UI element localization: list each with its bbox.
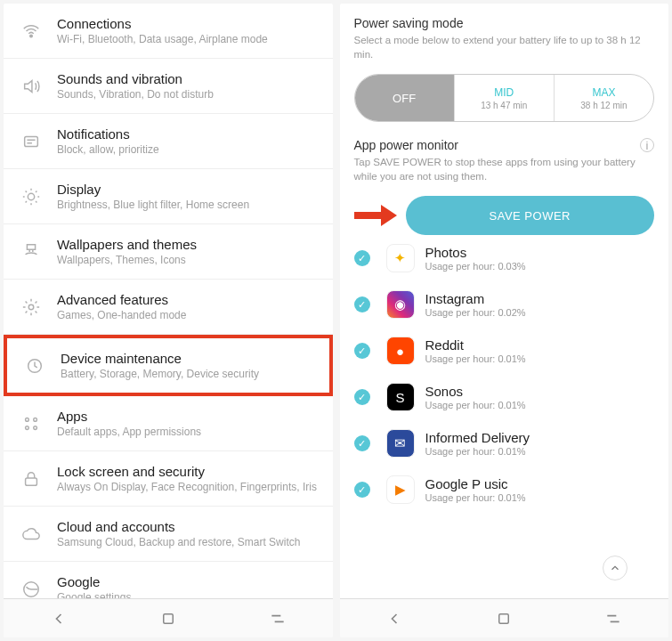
power-mode-max-label: MAX bbox=[592, 86, 615, 99]
app-usage: Usage per hour: 0.01% bbox=[425, 353, 526, 364]
power-mode-max-sub: 38 h 12 min bbox=[580, 101, 627, 110]
settings-item-connections[interactable]: ConnectionsWi-Fi, Bluetooth, Data usage,… bbox=[4, 4, 333, 59]
svg-point-0 bbox=[30, 35, 33, 37]
settings-item-title: Sounds and vibration bbox=[57, 71, 214, 86]
settings-item-sub: Default apps, App permissions bbox=[57, 426, 201, 438]
app-row-instagram[interactable]: ✓◉InstagramUsage per hour: 0.02% bbox=[354, 281, 655, 328]
app-icon-gpm: ▶ bbox=[386, 475, 415, 504]
nav-back-button[interactable] bbox=[49, 609, 69, 629]
power-mode-off-label: OFF bbox=[393, 92, 416, 105]
app-usage: Usage per hour: 0.01% bbox=[425, 492, 526, 503]
settings-item-title: Google bbox=[57, 574, 131, 589]
settings-item-sub: Google settings bbox=[57, 591, 131, 598]
scroll-top-button[interactable] bbox=[603, 556, 627, 580]
app-row-reddit[interactable]: ✓●RedditUsage per hour: 0.01% bbox=[354, 328, 655, 374]
settings-item-google[interactable]: GoogleGoogle settings bbox=[4, 562, 333, 598]
settings-item-sub: Sounds, Vibration, Do not disturb bbox=[57, 88, 214, 101]
settings-item-apps[interactable]: AppsDefault apps, App permissions bbox=[4, 396, 333, 451]
settings-item-sub: Block, allow, prioritize bbox=[57, 143, 159, 156]
settings-item-sub: Battery, Storage, Memory, Device securit… bbox=[61, 368, 259, 380]
display-icon bbox=[16, 187, 46, 207]
app-usage: Usage per hour: 0.03% bbox=[425, 261, 526, 272]
app-checkbox[interactable]: ✓ bbox=[354, 482, 370, 498]
annotation-arrow bbox=[354, 205, 399, 226]
settings-screen: ConnectionsWi-Fi, Bluetooth, Data usage,… bbox=[4, 4, 333, 637]
app-usage: Usage per hour: 0.01% bbox=[425, 400, 526, 410]
power-saving-heading: Power saving mode bbox=[354, 16, 655, 30]
power-mode-mid[interactable]: MID 13 h 47 min bbox=[454, 75, 554, 121]
settings-item-title: Notifications bbox=[57, 126, 159, 142]
app-checkbox[interactable]: ✓ bbox=[354, 435, 370, 451]
settings-item-notifications[interactable]: NotificationsBlock, allow, prioritize bbox=[4, 114, 333, 169]
settings-item-sub: Always On Display, Face Recognition, Fin… bbox=[57, 481, 317, 493]
app-checkbox[interactable]: ✓ bbox=[354, 389, 370, 405]
app-power-desc: Tap SAVE POWER to stop these apps from u… bbox=[354, 156, 655, 183]
settings-item-sub: Wi-Fi, Bluetooth, Data usage, Airplane m… bbox=[57, 33, 268, 45]
settings-item-sub: Wallpapers, Themes, Icons bbox=[57, 254, 197, 266]
app-icon-sonos: S bbox=[386, 383, 415, 411]
settings-item-title: Lock screen and security bbox=[57, 464, 317, 479]
settings-item-title: Connections bbox=[57, 16, 268, 31]
app-icon-reddit: ● bbox=[386, 337, 415, 365]
settings-item-sounds[interactable]: Sounds and vibrationSounds, Vibration, D… bbox=[4, 59, 333, 114]
settings-item-advanced[interactable]: Advanced featuresGames, One-handed mode bbox=[4, 280, 333, 335]
apps-icon bbox=[16, 414, 46, 434]
advanced-icon bbox=[16, 297, 46, 317]
wallpapers-icon bbox=[16, 242, 46, 262]
app-row-sonos[interactable]: ✓SSonosUsage per hour: 0.01% bbox=[354, 374, 655, 420]
power-mode-max[interactable]: MAX 38 h 12 min bbox=[554, 75, 653, 121]
power-mode-off[interactable]: OFF bbox=[355, 75, 454, 121]
app-row-gpm[interactable]: ✓▶Google P usicUsage per hour: 0.01% bbox=[354, 467, 655, 513]
save-power-button[interactable]: SAVE POWER bbox=[406, 196, 655, 235]
nav-recents-button[interactable] bbox=[603, 609, 623, 629]
app-row-informed[interactable]: ✓✉Informed DeliveryUsage per hour: 0.01% bbox=[354, 420, 655, 467]
lock-icon bbox=[16, 469, 46, 489]
settings-item-title: Advanced features bbox=[57, 292, 186, 307]
info-icon[interactable]: i bbox=[640, 138, 654, 152]
google-icon bbox=[16, 580, 46, 599]
app-usage: Usage per hour: 0.01% bbox=[425, 446, 530, 457]
svg-point-9 bbox=[26, 426, 29, 429]
app-checkbox[interactable]: ✓ bbox=[354, 343, 370, 359]
nav-home-button[interactable] bbox=[158, 609, 178, 629]
settings-item-sub: Samsung Cloud, Backup and restore, Smart… bbox=[57, 536, 300, 548]
settings-item-wallpapers[interactable]: Wallpapers and themesWallpapers, Themes,… bbox=[4, 224, 333, 280]
app-name: Photos bbox=[425, 245, 526, 260]
notifications-icon bbox=[16, 132, 46, 151]
app-checkbox[interactable]: ✓ bbox=[354, 296, 370, 312]
app-name: Reddit bbox=[425, 337, 526, 353]
svg-rect-1 bbox=[25, 136, 38, 146]
nav-home-button[interactable] bbox=[494, 609, 514, 629]
settings-item-title: Cloud and accounts bbox=[57, 519, 300, 534]
app-name: Informed Delivery bbox=[425, 430, 530, 445]
app-icon-photos: ✦ bbox=[386, 244, 415, 272]
settings-item-lock[interactable]: Lock screen and securityAlways On Displa… bbox=[4, 451, 333, 507]
svg-point-10 bbox=[34, 426, 37, 429]
settings-item-title: Display bbox=[57, 182, 249, 197]
settings-item-cloud[interactable]: Cloud and accountsSamsung Cloud, Backup … bbox=[4, 507, 333, 562]
settings-list: ConnectionsWi-Fi, Bluetooth, Data usage,… bbox=[4, 4, 333, 598]
device-maintenance-body: Power saving mode Select a mode below to… bbox=[340, 4, 669, 598]
power-mode-mid-sub: 13 h 47 min bbox=[481, 101, 527, 110]
android-navbar bbox=[4, 598, 333, 637]
svg-point-8 bbox=[34, 418, 37, 421]
settings-item-title: Apps bbox=[57, 409, 201, 424]
settings-item-display[interactable]: DisplayBrightness, Blue light filter, Ho… bbox=[4, 169, 333, 224]
svg-rect-14 bbox=[499, 613, 509, 623]
settings-item-sub: Brightness, Blue light filter, Home scre… bbox=[57, 199, 249, 211]
sounds-icon bbox=[16, 77, 46, 96]
svg-point-5 bbox=[28, 304, 34, 310]
settings-item-device-maintenance[interactable]: Device maintenanceBattery, Storage, Memo… bbox=[4, 335, 333, 396]
app-name: Sonos bbox=[425, 384, 526, 399]
app-usage: Usage per hour: 0.02% bbox=[425, 307, 526, 318]
nav-back-button[interactable] bbox=[385, 609, 404, 629]
svg-rect-13 bbox=[163, 613, 173, 623]
svg-point-7 bbox=[26, 418, 29, 421]
app-row-photos[interactable]: ✓✦PhotosUsage per hour: 0.03% bbox=[354, 235, 655, 281]
power-mode-segmented: OFF MID 13 h 47 min MAX 38 h 12 min bbox=[354, 74, 655, 122]
device-maintenance-screen: Power saving mode Select a mode below to… bbox=[340, 4, 669, 637]
nav-recents-button[interactable] bbox=[268, 609, 287, 629]
app-checkbox[interactable]: ✓ bbox=[354, 250, 370, 266]
cloud-icon bbox=[16, 524, 46, 544]
app-icon-instagram: ◉ bbox=[386, 290, 415, 319]
